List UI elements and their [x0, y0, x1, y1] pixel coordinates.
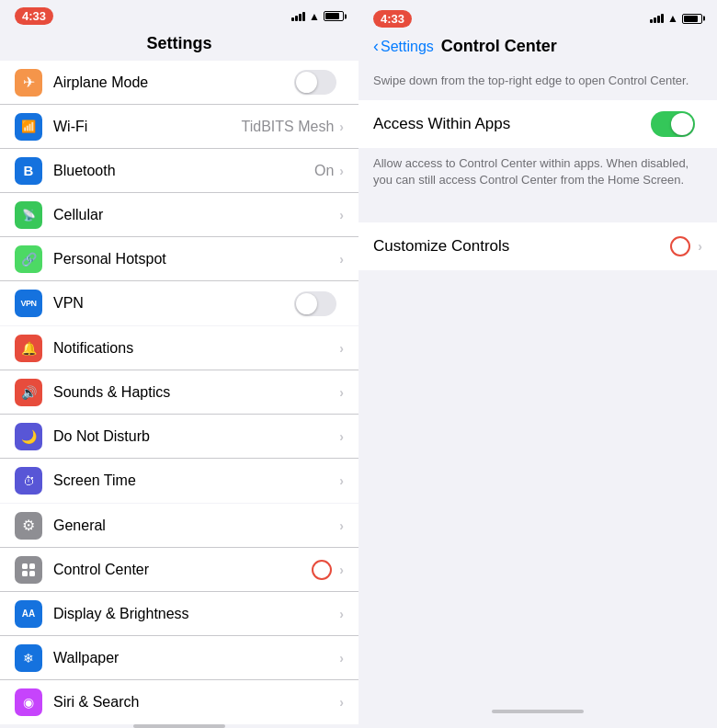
right-panel: 4:33 ▲ ‹ Settings Control Center Swipe d… [358, 0, 717, 728]
wallpaper-icon: ❄ [15, 644, 42, 672]
settings-row-bluetooth[interactable]: B Bluetooth On › [0, 149, 358, 193]
svg-rect-3 [29, 571, 35, 576]
vpn-toggle[interactable] [294, 291, 336, 316]
back-button[interactable]: ‹ Settings [373, 37, 434, 56]
control-center-chevron: › [339, 563, 344, 577]
settings-row-screentime[interactable]: ⏱ Screen Time › [0, 459, 358, 503]
screentime-icon: ⏱ [15, 467, 42, 495]
status-bar-left: 4:33 ▲ [0, 0, 358, 28]
cellular-label: Cellular [53, 207, 339, 223]
svg-rect-0 [22, 563, 28, 569]
settings-row-control-center[interactable]: Control Center › [0, 548, 358, 592]
back-chevron-icon: ‹ [373, 37, 379, 56]
airplane-mode-toggle[interactable] [294, 70, 336, 95]
bluetooth-chevron: › [339, 164, 344, 178]
display-icon: AA [15, 600, 42, 628]
left-panel: 4:33 ▲ Settings ✈ Airplane Mode [0, 0, 358, 728]
general-chevron: › [339, 518, 344, 533]
access-info-text: Allow access to Control Center within ap… [358, 148, 717, 196]
settings-group-notifications: 🔔 Notifications › 🔊 Sounds & Haptics › 🌙… [0, 326, 358, 503]
svg-rect-2 [22, 571, 28, 576]
display-label: Display & Brightness [53, 606, 339, 622]
status-icons-right: ▲ [650, 12, 702, 25]
hotspot-label: Personal Hotspot [53, 251, 339, 267]
customize-controls-chevron: › [698, 239, 702, 254]
right-group-customize: Customize Controls › [358, 222, 717, 270]
settings-row-wifi[interactable]: 📶 Wi-Fi TidBITS Mesh › [0, 105, 358, 149]
wallpaper-chevron: › [339, 651, 344, 665]
sounds-label: Sounds & Haptics [53, 384, 339, 401]
wallpaper-label: Wallpaper [53, 650, 339, 666]
sounds-icon: 🔊 [15, 379, 42, 406]
settings-group-general: ⚙ General › Control Center › AA Display … [0, 504, 358, 724]
settings-row-notifications[interactable]: 🔔 Notifications › [0, 326, 358, 370]
screentime-label: Screen Time [53, 472, 339, 489]
notifications-chevron: › [339, 341, 344, 356]
right-group-access: Access Within Apps [358, 100, 717, 148]
status-icons-left: ▲ [291, 10, 344, 23]
wifi-value: TidBITS Mesh [242, 119, 335, 135]
settings-row-vpn[interactable]: VPN VPN [0, 281, 358, 325]
right-panel-title: Control Center [441, 37, 557, 56]
status-bar-right: 4:33 ▲ [358, 0, 717, 33]
control-center-info: Swipe down from the top-right edge to op… [358, 62, 717, 100]
airplane-mode-icon: ✈ [15, 69, 42, 97]
control-center-red-circle [312, 560, 332, 580]
sounds-chevron: › [339, 385, 344, 400]
right-row-customize-controls[interactable]: Customize Controls › [358, 222, 717, 270]
cellular-icon: 📡 [15, 201, 42, 229]
screentime-chevron: › [339, 473, 344, 488]
settings-row-airplane-mode[interactable]: ✈ Airplane Mode [0, 61, 358, 105]
home-indicator-left [0, 724, 358, 728]
dnd-icon: 🌙 [15, 423, 42, 450]
settings-row-wallpaper[interactable]: ❄ Wallpaper › [0, 636, 358, 680]
siri-label: Siri & Search [53, 694, 339, 711]
customize-controls-red-circle [670, 236, 690, 256]
settings-row-siri[interactable]: ◉ Siri & Search › [0, 680, 358, 724]
wifi-icon: ▲ [309, 10, 320, 23]
general-label: General [53, 518, 339, 534]
signal-icon-right [650, 14, 664, 23]
access-within-apps-label: Access Within Apps [373, 115, 651, 133]
right-separator-1 [358, 197, 717, 222]
general-icon: ⚙ [15, 512, 42, 540]
dnd-label: Do Not Disturb [53, 428, 339, 445]
home-indicator-right [358, 702, 717, 728]
hotspot-icon: 🔗 [15, 245, 42, 273]
control-center-icon [15, 556, 42, 584]
battery-icon-right [682, 14, 702, 24]
vpn-label: VPN [53, 295, 294, 312]
back-label: Settings [381, 39, 434, 55]
right-row-access-within-apps[interactable]: Access Within Apps [358, 100, 717, 148]
time-left: 4:33 [15, 7, 53, 25]
wifi-icon-right: ▲ [667, 12, 678, 25]
page-title-left: Settings [0, 28, 358, 61]
svg-rect-1 [29, 563, 35, 569]
settings-group-connectivity: ✈ Airplane Mode 📶 Wi-Fi TidBITS Mesh › B… [0, 61, 358, 325]
wifi-chevron: › [339, 119, 344, 134]
airplane-mode-label: Airplane Mode [53, 74, 294, 91]
settings-row-hotspot[interactable]: 🔗 Personal Hotspot › [0, 237, 358, 281]
display-chevron: › [339, 607, 344, 621]
settings-row-cellular[interactable]: 📡 Cellular › [0, 193, 358, 237]
access-within-apps-toggle[interactable] [651, 111, 695, 137]
settings-row-display[interactable]: AA Display & Brightness › [0, 592, 358, 636]
settings-row-dnd[interactable]: 🌙 Do Not Disturb › [0, 415, 358, 459]
control-center-label: Control Center [53, 562, 312, 578]
vpn-icon: VPN [15, 290, 42, 317]
battery-icon [324, 11, 344, 21]
settings-row-general[interactable]: ⚙ General › [0, 504, 358, 548]
siri-chevron: › [339, 695, 344, 710]
notifications-label: Notifications [53, 340, 339, 357]
settings-row-sounds[interactable]: 🔊 Sounds & Haptics › [0, 370, 358, 415]
dnd-chevron: › [339, 429, 344, 444]
bluetooth-value: On [314, 163, 334, 179]
bluetooth-label: Bluetooth [53, 163, 314, 179]
cellular-chevron: › [339, 208, 344, 222]
customize-controls-label: Customize Controls [373, 237, 670, 256]
time-right: 4:33 [373, 10, 412, 28]
bluetooth-icon: B [15, 157, 42, 185]
hotspot-chevron: › [339, 252, 344, 267]
wifi-label: Wi-Fi [53, 119, 242, 135]
signal-icon [291, 12, 305, 21]
